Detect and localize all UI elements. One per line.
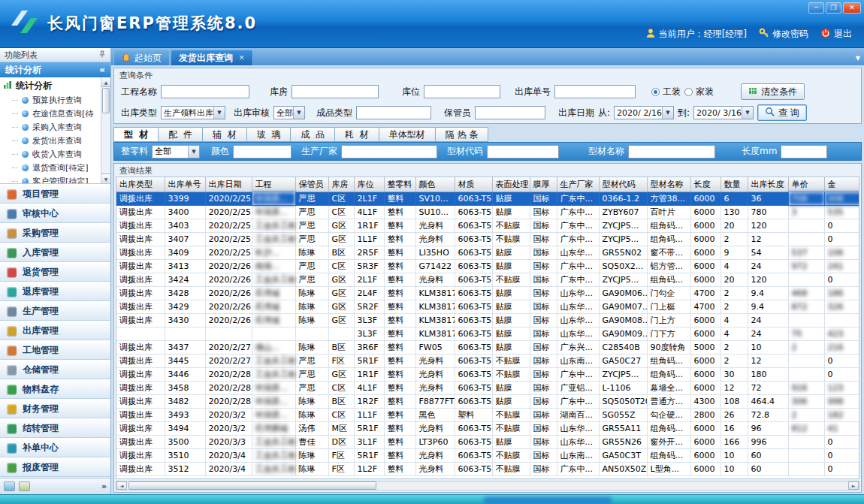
sidebar-item[interactable]: 退货管理: [0, 262, 110, 282]
length-input[interactable]: [781, 145, 827, 158]
logout-button[interactable]: 退出: [820, 28, 852, 41]
sidebar-item[interactable]: 仓储管理: [0, 360, 110, 379]
tree-root-statistics[interactable]: 统计分析: [3, 79, 98, 93]
radio-jiazhuang[interactable]: 家装: [684, 86, 714, 98]
sidebar-item[interactable]: 财务管理: [0, 399, 110, 418]
scroll-right-icon[interactable]: ►: [848, 481, 859, 490]
sidebar-section-header[interactable]: 统计分析 «: [0, 62, 110, 77]
table-row[interactable]: 调拨出库34372020/2/27佛山...陈琳B区3R6F整料FW056063…: [116, 340, 859, 354]
collapse-icon[interactable]: «: [99, 65, 105, 75]
column-header[interactable]: 出库单号: [165, 177, 205, 192]
column-header[interactable]: 膜厚: [530, 177, 557, 192]
table-row[interactable]: 调拨出库34132020/2/26南湖...严思C区5R3F整料G7142260…: [116, 259, 859, 273]
tree-item[interactable]: 在途信息查询[待: [3, 107, 98, 120]
horizontal-scrollbar[interactable]: ◄ ►: [116, 481, 859, 490]
scroll-down-icon[interactable]: ▼: [101, 174, 110, 183]
table-row[interactable]: 调拨出库35122020/3/4工业共工程陈琳F区1L2F整料光身料6063-T…: [116, 462, 859, 475]
column-header[interactable]: 颜色: [415, 177, 455, 192]
column-header[interactable]: 工程: [252, 177, 295, 192]
sidebar-item[interactable]: 结转管理: [0, 418, 110, 438]
tree-item[interactable]: 预算执行查询: [3, 93, 98, 107]
column-header[interactable]: 型材名称: [647, 177, 690, 192]
sidebar-item[interactable]: 审核中心: [0, 204, 110, 223]
manufacturer-input[interactable]: [341, 145, 437, 158]
maximize-button[interactable]: ❐: [826, 2, 841, 14]
change-password-button[interactable]: 修改密码: [759, 28, 808, 41]
clear-conditions-button[interactable]: 清空条件: [741, 83, 805, 100]
column-header[interactable]: 表面处理: [492, 177, 530, 192]
tree-item[interactable]: 采购入库查询: [3, 120, 98, 134]
chart-shortcut-icon[interactable]: [4, 481, 15, 491]
material-tab[interactable]: 玻 璃: [247, 127, 292, 142]
close-button[interactable]: ✕: [843, 2, 861, 14]
material-tab[interactable]: 隔 热 条: [436, 127, 489, 142]
sidebar-item[interactable]: 退库管理: [0, 282, 110, 301]
tree-item[interactable]: 收货入库查询: [3, 147, 98, 161]
column-header[interactable]: 整零料: [384, 177, 415, 192]
profile-code-input[interactable]: [487, 145, 559, 158]
table-row[interactable]: 调拨出库34582020/2/28华润原...严思C区4L1F整料光身料6063…: [116, 381, 859, 394]
material-tab[interactable]: 单体型材: [379, 127, 436, 142]
table-row[interactable]: 调拨出库34002020/2/25华润原...严思C区4L1F整料SU10...…: [116, 205, 859, 219]
column-header[interactable]: 保管员: [295, 177, 328, 192]
table-row[interactable]: 调拨出库34292020/2/26石湾城陈琳G区5R2F整料KLM3817606…: [116, 300, 859, 313]
table-row[interactable]: 调拨出库34462020/2/28工业共工程严思G区1R1F整料光身料6063-…: [116, 367, 859, 381]
scroll-left-icon[interactable]: ◄: [116, 481, 127, 490]
project-name-input[interactable]: [161, 85, 249, 98]
table-row[interactable]: 调拨出库34942020/3/2石湾辉城汤伟M区5R1F整料光身料6063-T5…: [116, 421, 859, 435]
sidebar-item[interactable]: 补单中心: [0, 438, 110, 457]
material-tab[interactable]: 型 材: [113, 127, 159, 142]
order-no-input[interactable]: [554, 85, 636, 98]
column-header[interactable]: 出库日期: [205, 177, 252, 192]
location-input[interactable]: [424, 85, 500, 98]
sidebar-item[interactable]: 物料盘存: [0, 379, 110, 399]
search-button[interactable]: 查 询: [757, 104, 807, 121]
date-from-combo[interactable]: 2020/ 2/16 ▼: [614, 106, 674, 119]
hscroll-thumb[interactable]: [128, 481, 376, 490]
table-row[interactable]: 调拨出库34452020/2/27工业共工程严思F区5R1F整料光身料6063-…: [116, 354, 859, 367]
table-row[interactable]: 调拨出库34932020/3/2华润原...陈琳C区1L1F整料黑色塑料不贴膜国…: [116, 408, 859, 421]
column-header[interactable]: 库位: [354, 177, 384, 192]
tree-item[interactable]: 退货查询[待定]: [3, 161, 98, 174]
column-header[interactable]: 出库长度: [748, 177, 788, 192]
table-row[interactable]: 调拨出库34302020/2/26石湾城陈琳G区3L3F整料KLM3817606…: [116, 313, 859, 327]
color-input[interactable]: [233, 145, 292, 158]
material-tab[interactable]: 配 件: [159, 127, 203, 142]
product-type-input[interactable]: [356, 106, 431, 119]
sidebar-item[interactable]: 项目管理: [0, 184, 110, 204]
table-row[interactable]: 调拨出库34822020/2/28华润原...陈琳B区1R2F整料F8877FT…: [116, 394, 859, 408]
tab-overflow-icon[interactable]: ▼: [856, 55, 860, 62]
scroll-up-icon[interactable]: ▲: [101, 77, 110, 87]
sidebar-item[interactable]: 出库管理: [0, 321, 110, 340]
tree-item[interactable]: 发货出库查询: [3, 134, 98, 147]
column-header[interactable]: 库房: [328, 177, 354, 192]
profile-name-input[interactable]: [628, 145, 715, 158]
radio-gongzhuang[interactable]: 工装: [651, 86, 681, 98]
column-header[interactable]: 金: [824, 177, 859, 192]
tree-item[interactable]: 客户管理[待定]: [3, 174, 98, 184]
table-row[interactable]: 调拨出库34092020/2/25长沙...陈琳B区2R5F整料LI35HO60…: [116, 246, 859, 259]
table-row[interactable]: 调拨出库34242020/2/26工业共工程严思G区2L1F整料光身料6063-…: [116, 273, 859, 286]
sidebar-item[interactable]: 入库管理: [0, 243, 110, 262]
date-to-combo[interactable]: 2020/ 3/16 ▼: [693, 106, 754, 119]
outbound-type-combo[interactable]: 生产领料出库 ▼: [161, 106, 225, 119]
material-tab[interactable]: 辅 材: [203, 127, 247, 142]
sidebar-item[interactable]: 工地管理: [0, 340, 110, 360]
sidebar-item[interactable]: 报废管理: [0, 457, 110, 477]
audit-combo[interactable]: 全部 ▼: [273, 106, 305, 119]
warehouse-input[interactable]: [292, 85, 379, 98]
table-row[interactable]: 调拨出库34282020/2/26石湾城陈琳G区2L4F整料KLM3817606…: [116, 286, 859, 300]
tab[interactable]: 发货出库查询 ✕: [171, 50, 253, 65]
sidebar-item[interactable]: 采购管理: [0, 223, 110, 243]
material-tab[interactable]: 耗 材: [335, 127, 379, 142]
minimize-button[interactable]: ─: [808, 2, 824, 14]
column-header[interactable]: 出库类型: [116, 177, 165, 192]
table-row[interactable]: 调拨出库35102020/3/4工业共工程陈琳F区5R1F整料光身料6063-T…: [116, 448, 859, 462]
table-row[interactable]: 调拨出库34072020/2/25工业共工程严思G区1L1F整料光身料6063-…: [116, 232, 859, 246]
close-tab-icon[interactable]: ✕: [239, 54, 245, 62]
column-header[interactable]: 型材代码: [599, 177, 647, 192]
pin-icon[interactable]: [98, 50, 106, 60]
material-tab[interactable]: 成 品: [291, 127, 335, 142]
tab[interactable]: 起始页: [113, 50, 170, 65]
expand-toolbar-button[interactable]: »: [101, 481, 107, 491]
